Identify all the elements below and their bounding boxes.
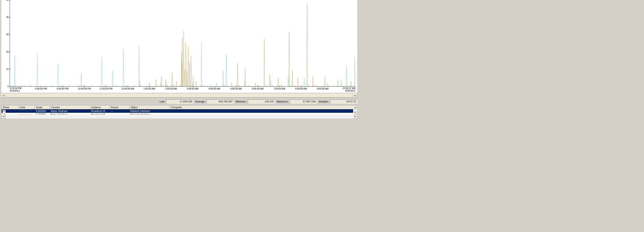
hscroll-right-button[interactable]: ► <box>353 114 357 118</box>
y-axis: 01020304050 <box>2 0 9 93</box>
col-instance[interactable]: Instance <box>90 105 110 109</box>
y-tick: 30 <box>2 33 9 36</box>
col-color[interactable]: Color <box>18 105 35 109</box>
table-hscroll[interactable]: ◄ ► <box>2 114 357 118</box>
duration-label: Duration <box>318 100 328 103</box>
scroll-right-button[interactable]: ► <box>353 94 357 98</box>
last-label: Last <box>160 100 164 103</box>
show-checkbox[interactable]: ✔ <box>2 110 6 113</box>
cell-instance: Broadcom BCM5716C N... <box>90 109 110 113</box>
last-value: 17,434.236 <box>166 99 194 104</box>
x-tick-label: 6:00:00 AM <box>252 87 264 90</box>
x-axis: 6:33:24 PM9/19/201210:30:37 AM9/20/20128… <box>10 87 356 93</box>
chart-series <box>15 3 351 86</box>
x-start-label: 6:33:24 PM9/19/2012 <box>10 87 22 92</box>
cell-parent: --- <box>110 109 129 113</box>
col-scale[interactable]: Scale <box>35 105 50 109</box>
hscroll-left-button[interactable]: ◄ <box>2 114 6 118</box>
col-parent[interactable]: Parent <box>110 105 129 109</box>
y-tick: 20 <box>2 51 9 53</box>
scroll-track[interactable] <box>5 94 353 98</box>
x-tick-label: 7:00:00 AM <box>274 87 285 90</box>
scroll-thumb[interactable] <box>5 94 353 98</box>
x-tick-label: 1:00:00 AM <box>144 87 155 90</box>
cell-object: Network Interface <box>129 109 170 113</box>
chart-svg <box>10 0 356 86</box>
minimum-label: Minimum <box>236 100 246 103</box>
table-vscroll[interactable]: ▲ ▼ <box>353 105 357 114</box>
maximum-value: 57,837,234 <box>290 99 317 104</box>
cell-counter: Bytes Total/sec <box>50 109 90 113</box>
duration-value: 15:57:12 <box>330 99 357 104</box>
y-tick: 50 <box>2 0 9 1</box>
cell-scale: 0.000001 <box>35 109 50 113</box>
cell-computer <box>170 109 357 113</box>
table-row[interactable]: ✔0.000001Bytes Total/secBroadcom BCM5716… <box>2 109 357 113</box>
x-tick-label: 10:00:00 PM <box>78 87 91 90</box>
x-tick-label: 2:00:00 AM <box>165 87 177 90</box>
col-show[interactable]: Show <box>2 105 18 109</box>
x-tick-label: 11:00:00 PM <box>99 87 112 90</box>
x-tick-label: 3:00:00 AM <box>187 87 199 90</box>
vscroll-down-button[interactable]: ▼ <box>353 110 357 114</box>
col-object[interactable]: Object <box>129 105 170 109</box>
maximum-label: Maximum <box>277 100 288 103</box>
y-tick: 0 <box>2 85 9 88</box>
y-tick: 40 <box>2 16 9 18</box>
x-end-label: 10:30:37 AM9/20/2012 <box>342 87 356 92</box>
hscroll-track[interactable] <box>6 114 353 118</box>
average-value: 443,762.407 <box>206 99 234 104</box>
counter-table[interactable]: Show Color Scale Counter Instance Parent… <box>2 105 357 119</box>
x-tick-label: 12:00:00 AM <box>121 87 134 90</box>
x-tick-label: 8:00:00 AM <box>295 87 307 90</box>
minimum-value: 129.219 <box>248 99 275 104</box>
table-header: Show Color Scale Counter Instance Parent… <box>2 105 357 109</box>
vscroll-up-button[interactable]: ▲ <box>353 105 357 109</box>
chart-area: 01020304050 6:33:24 PM9/19/201210:30:37 … <box>2 0 357 93</box>
average-label: Average <box>195 100 205 103</box>
col-counter[interactable]: Counter <box>50 105 90 109</box>
scroll-left-button[interactable]: ◄ <box>2 94 5 98</box>
col-computer[interactable]: Computer <box>170 105 357 109</box>
x-tick-label: 9:00:00 PM <box>57 87 68 90</box>
table-body: ✔0.000001Bytes Total/secBroadcom BCM5716… <box>2 109 357 114</box>
stats-bar: Last 17,434.236 Average 443,762.407 Mini… <box>2 99 357 104</box>
chart-scrollbar[interactable]: ◄ ► <box>2 94 357 98</box>
color-sample <box>19 111 32 111</box>
chart-plot[interactable] <box>10 0 356 87</box>
y-tick: 10 <box>2 68 9 70</box>
x-tick-label: 5:00:00 AM <box>230 87 242 90</box>
x-tick-label: 4:00:00 AM <box>208 87 220 90</box>
x-tick-label: 9:00:00 AM <box>317 87 329 90</box>
x-tick-label: 8:00:00 PM <box>35 87 47 90</box>
